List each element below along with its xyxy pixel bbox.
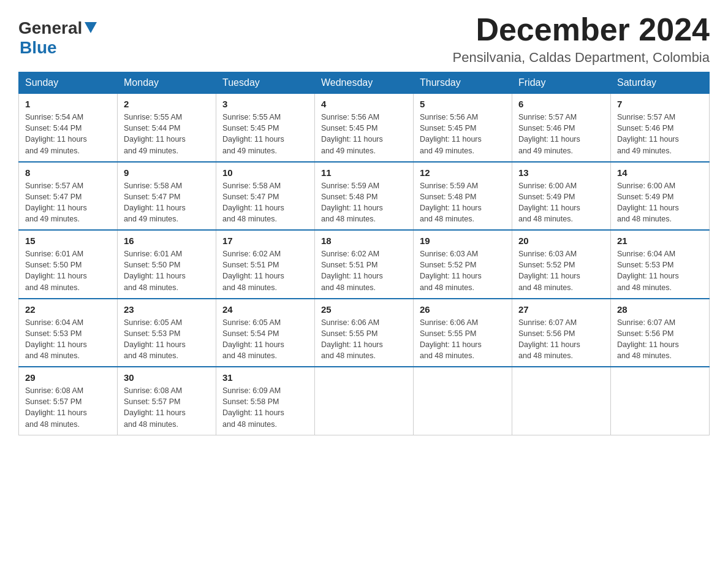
day-number: 20 <box>518 236 604 246</box>
table-row: 29Sunrise: 6:08 AMSunset: 5:57 PMDayligh… <box>19 367 118 435</box>
day-number: 1 <box>25 99 111 109</box>
day-info: Sunrise: 6:07 AMSunset: 5:56 PMDaylight:… <box>518 317 604 362</box>
header-tuesday: Tuesday <box>216 72 315 94</box>
table-row: 24Sunrise: 6:05 AMSunset: 5:54 PMDayligh… <box>216 299 315 367</box>
table-row: 19Sunrise: 6:03 AMSunset: 5:52 PMDayligh… <box>414 230 512 299</box>
header-saturday: Saturday <box>611 72 710 94</box>
table-row: 12Sunrise: 5:59 AMSunset: 5:48 PMDayligh… <box>414 162 512 231</box>
day-info: Sunrise: 6:06 AMSunset: 5:55 PMDaylight:… <box>321 317 407 362</box>
table-row: 18Sunrise: 6:02 AMSunset: 5:51 PMDayligh… <box>315 230 414 299</box>
day-number: 23 <box>124 304 210 315</box>
table-row: 10Sunrise: 5:58 AMSunset: 5:47 PMDayligh… <box>216 162 315 231</box>
table-row: 16Sunrise: 6:01 AMSunset: 5:50 PMDayligh… <box>118 230 216 299</box>
header-thursday: Thursday <box>414 72 512 94</box>
table-row: 21Sunrise: 6:04 AMSunset: 5:53 PMDayligh… <box>611 230 710 299</box>
table-row: 20Sunrise: 6:03 AMSunset: 5:52 PMDayligh… <box>512 230 611 299</box>
calendar-header-row: Sunday Monday Tuesday Wednesday Thursday… <box>19 72 710 94</box>
table-row: 27Sunrise: 6:07 AMSunset: 5:56 PMDayligh… <box>512 299 611 367</box>
calendar-subtitle: Pensilvania, Caldas Department, Colombia <box>453 50 710 66</box>
table-row: 6Sunrise: 5:57 AMSunset: 5:46 PMDaylight… <box>512 94 611 162</box>
day-info: Sunrise: 5:57 AMSunset: 5:47 PMDaylight:… <box>25 180 111 225</box>
table-row: 1Sunrise: 5:54 AMSunset: 5:44 PMDaylight… <box>19 94 118 162</box>
day-info: Sunrise: 6:05 AMSunset: 5:54 PMDaylight:… <box>222 317 308 362</box>
day-number: 4 <box>321 99 407 109</box>
table-row: 5Sunrise: 5:56 AMSunset: 5:45 PMDaylight… <box>414 94 512 162</box>
logo-blue-text: Blue <box>20 38 57 57</box>
day-number: 26 <box>420 304 506 315</box>
logo-general-text: General <box>18 18 82 38</box>
day-info: Sunrise: 6:04 AMSunset: 5:53 PMDaylight:… <box>617 248 703 293</box>
day-info: Sunrise: 5:59 AMSunset: 5:48 PMDaylight:… <box>321 180 407 225</box>
day-number: 16 <box>124 236 210 246</box>
day-number: 25 <box>321 304 407 315</box>
calendar-title: December 2024 <box>453 12 710 47</box>
day-number: 21 <box>617 236 703 246</box>
calendar-week-row: 29Sunrise: 6:08 AMSunset: 5:57 PMDayligh… <box>19 367 710 435</box>
day-info: Sunrise: 5:58 AMSunset: 5:47 PMDaylight:… <box>124 180 210 225</box>
day-info: Sunrise: 6:08 AMSunset: 5:57 PMDaylight:… <box>124 385 210 430</box>
day-info: Sunrise: 6:01 AMSunset: 5:50 PMDaylight:… <box>25 248 111 293</box>
table-row <box>414 367 512 435</box>
table-row: 3Sunrise: 5:55 AMSunset: 5:45 PMDaylight… <box>216 94 315 162</box>
day-number: 31 <box>222 372 308 383</box>
page-header: General Blue December 2024 Pensilvania, … <box>18 12 710 66</box>
day-number: 29 <box>25 372 111 383</box>
table-row <box>611 367 710 435</box>
day-number: 10 <box>222 167 308 178</box>
day-number: 17 <box>222 236 308 246</box>
table-row: 11Sunrise: 5:59 AMSunset: 5:48 PMDayligh… <box>315 162 414 231</box>
table-row: 23Sunrise: 6:05 AMSunset: 5:53 PMDayligh… <box>118 299 216 367</box>
day-info: Sunrise: 6:08 AMSunset: 5:57 PMDaylight:… <box>25 385 111 430</box>
day-number: 5 <box>420 99 506 109</box>
day-info: Sunrise: 6:00 AMSunset: 5:49 PMDaylight:… <box>518 180 604 225</box>
day-number: 11 <box>321 167 407 178</box>
day-number: 13 <box>518 167 604 178</box>
header-wednesday: Wednesday <box>315 72 414 94</box>
day-info: Sunrise: 5:57 AMSunset: 5:46 PMDaylight:… <box>617 112 703 156</box>
day-number: 27 <box>518 304 604 315</box>
table-row: 15Sunrise: 6:01 AMSunset: 5:50 PMDayligh… <box>19 230 118 299</box>
calendar-table: Sunday Monday Tuesday Wednesday Thursday… <box>18 72 710 435</box>
day-info: Sunrise: 6:04 AMSunset: 5:53 PMDaylight:… <box>25 317 111 362</box>
day-number: 14 <box>617 167 703 178</box>
day-info: Sunrise: 6:03 AMSunset: 5:52 PMDaylight:… <box>420 248 506 293</box>
day-number: 24 <box>222 304 308 315</box>
table-row: 14Sunrise: 6:00 AMSunset: 5:49 PMDayligh… <box>611 162 710 231</box>
day-number: 18 <box>321 236 407 246</box>
calendar-week-row: 15Sunrise: 6:01 AMSunset: 5:50 PMDayligh… <box>19 230 710 299</box>
table-row: 28Sunrise: 6:07 AMSunset: 5:56 PMDayligh… <box>611 299 710 367</box>
table-row: 13Sunrise: 6:00 AMSunset: 5:49 PMDayligh… <box>512 162 611 231</box>
day-info: Sunrise: 5:56 AMSunset: 5:45 PMDaylight:… <box>420 112 506 156</box>
table-row: 7Sunrise: 5:57 AMSunset: 5:46 PMDaylight… <box>611 94 710 162</box>
day-info: Sunrise: 5:55 AMSunset: 5:44 PMDaylight:… <box>124 112 210 156</box>
day-info: Sunrise: 6:07 AMSunset: 5:56 PMDaylight:… <box>617 317 703 362</box>
calendar-week-row: 8Sunrise: 5:57 AMSunset: 5:47 PMDaylight… <box>19 162 710 231</box>
calendar-week-row: 22Sunrise: 6:04 AMSunset: 5:53 PMDayligh… <box>19 299 710 367</box>
table-row: 17Sunrise: 6:02 AMSunset: 5:51 PMDayligh… <box>216 230 315 299</box>
header-sunday: Sunday <box>19 72 118 94</box>
day-info: Sunrise: 6:03 AMSunset: 5:52 PMDaylight:… <box>518 248 604 293</box>
table-row: 4Sunrise: 5:56 AMSunset: 5:45 PMDaylight… <box>315 94 414 162</box>
day-number: 2 <box>124 99 210 109</box>
day-number: 7 <box>617 99 703 109</box>
table-row: 31Sunrise: 6:09 AMSunset: 5:58 PMDayligh… <box>216 367 315 435</box>
day-info: Sunrise: 5:58 AMSunset: 5:47 PMDaylight:… <box>222 180 308 225</box>
day-number: 19 <box>420 236 506 246</box>
day-info: Sunrise: 5:55 AMSunset: 5:45 PMDaylight:… <box>222 112 308 156</box>
title-block: December 2024 Pensilvania, Caldas Depart… <box>453 12 710 66</box>
day-number: 9 <box>124 167 210 178</box>
day-info: Sunrise: 5:56 AMSunset: 5:45 PMDaylight:… <box>321 112 407 156</box>
table-row: 9Sunrise: 5:58 AMSunset: 5:47 PMDaylight… <box>118 162 216 231</box>
calendar-week-row: 1Sunrise: 5:54 AMSunset: 5:44 PMDaylight… <box>19 94 710 162</box>
day-info: Sunrise: 5:59 AMSunset: 5:48 PMDaylight:… <box>420 180 506 225</box>
day-info: Sunrise: 6:02 AMSunset: 5:51 PMDaylight:… <box>321 248 407 293</box>
day-number: 28 <box>617 304 703 315</box>
table-row: 2Sunrise: 5:55 AMSunset: 5:44 PMDaylight… <box>118 94 216 162</box>
table-row: 30Sunrise: 6:08 AMSunset: 5:57 PMDayligh… <box>118 367 216 435</box>
day-number: 8 <box>25 167 111 178</box>
table-row: 22Sunrise: 6:04 AMSunset: 5:53 PMDayligh… <box>19 299 118 367</box>
header-monday: Monday <box>118 72 216 94</box>
day-info: Sunrise: 6:00 AMSunset: 5:49 PMDaylight:… <box>617 180 703 225</box>
day-number: 30 <box>124 372 210 383</box>
table-row: 25Sunrise: 6:06 AMSunset: 5:55 PMDayligh… <box>315 299 414 367</box>
